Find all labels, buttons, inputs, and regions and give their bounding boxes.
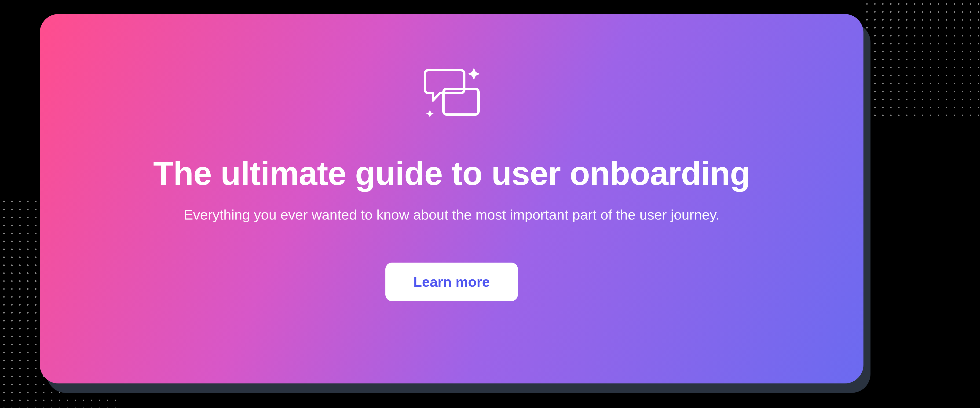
hero-title: The ultimate guide to user onboarding — [153, 154, 750, 193]
decorative-dots-top-right — [863, 0, 980, 117]
hero-card: The ultimate guide to user onboarding Ev… — [40, 14, 864, 383]
chat-sparkle-icon — [418, 63, 485, 124]
hero-subtitle: Everything you ever wanted to know about… — [184, 207, 719, 223]
learn-more-button[interactable]: Learn more — [385, 263, 518, 301]
